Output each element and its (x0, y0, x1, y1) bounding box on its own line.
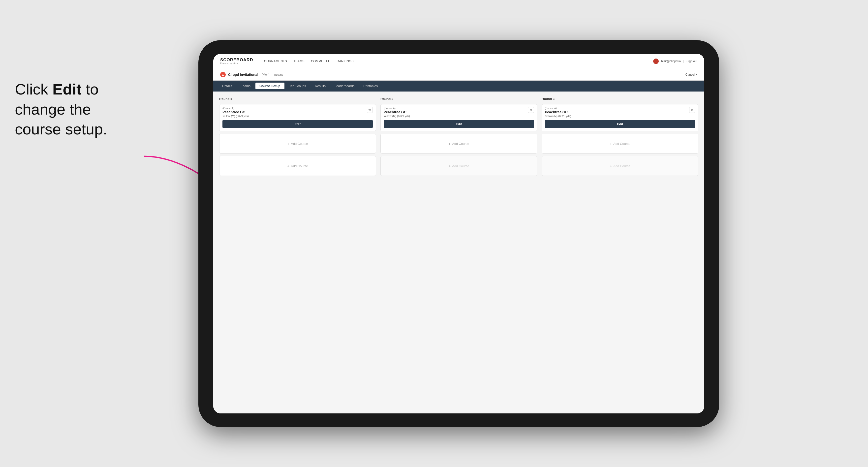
course-name: Peachtree GC (384, 110, 528, 114)
tournament-name: Clippd Invitational (228, 73, 258, 76)
hosting-badge: Hosting (274, 73, 283, 76)
course-detail: Yellow (M) (6629 yds) (545, 115, 689, 118)
plus-icon: + (448, 164, 451, 168)
add-course-label: Add Course (613, 142, 630, 146)
nav-tournaments[interactable]: TOURNAMENTS (262, 58, 287, 64)
tab-leaderboards[interactable]: Leaderboards (331, 83, 359, 89)
tab-printables[interactable]: Printables (359, 83, 382, 89)
round-3-course-card: (Course A) Peachtree GC Yellow (M) (6629… (541, 104, 699, 131)
course-label: (Course A) (545, 107, 689, 110)
tab-teams[interactable]: Teams (237, 83, 254, 89)
cancel-label: Cancel (685, 73, 695, 76)
trash-icon: 🗑 (529, 108, 532, 112)
round-2-column: Round 2 (Course A) Peachtree GC Yellow (… (380, 97, 537, 176)
brand-title: SCOREBOARD (220, 58, 253, 62)
nav-left: SCOREBOARD Powered by clippd TOURNAMENTS… (220, 58, 354, 65)
rounds-grid: Round 1 (Course A) Peachtree GC Yellow (… (219, 97, 699, 176)
course-delete-button[interactable]: 🗑 (367, 107, 373, 113)
course-label: (Course A) (384, 107, 528, 110)
tabs-bar: Details Teams Course Setup Tee Groups Re… (213, 81, 704, 92)
course-delete-button[interactable]: 🗑 (689, 107, 695, 113)
course-info: (Course A) Peachtree GC Yellow (M) (6629… (545, 107, 689, 118)
round-3-title: Round 3 (541, 97, 699, 101)
add-course-label: Add Course (452, 142, 469, 146)
tablet-device: SCOREBOARD Powered by clippd TOURNAMENTS… (198, 40, 719, 427)
plus-icon: + (610, 142, 612, 146)
round-3-add-course-2: + Add Course (541, 156, 699, 176)
brand-sub: Powered by clippd (220, 62, 253, 65)
course-card-header: (Course A) Peachtree GC Yellow (M) (6629… (542, 104, 698, 118)
round-2-course-card: (Course A) Peachtree GC Yellow (M) (6629… (380, 104, 537, 131)
tournament-bar: C Clippd Invitational (Men) Hosting Canc… (213, 69, 704, 81)
tab-details[interactable]: Details (218, 83, 236, 89)
tab-tee-groups[interactable]: Tee Groups (285, 83, 310, 89)
annotation-text: Click Edit tochange thecourse setup. (15, 80, 107, 139)
add-course-label: Add Course (291, 164, 308, 168)
nav-committee[interactable]: COMMITTEE (311, 58, 330, 64)
cancel-icon: × (695, 73, 698, 76)
course-card-header: (Course A) Peachtree GC Yellow (M) (6629… (381, 104, 537, 118)
course-name: Peachtree GC (545, 110, 689, 114)
round-1-column: Round 1 (Course A) Peachtree GC Yellow (… (219, 97, 376, 176)
nav-links: TOURNAMENTS TEAMS COMMITTEE RANKINGS (262, 58, 354, 64)
round-2-add-course-2: + Add Course (380, 156, 537, 176)
brand: SCOREBOARD Powered by clippd (220, 58, 253, 65)
tab-course-setup[interactable]: Course Setup (255, 83, 284, 89)
add-course-label: Add Course (452, 164, 469, 168)
round-2-title: Round 2 (380, 97, 537, 101)
round-3-add-course-1[interactable]: + Add Course (541, 134, 699, 154)
plus-icon: + (610, 164, 612, 168)
round-1-course-card: (Course A) Peachtree GC Yellow (M) (6629… (219, 104, 376, 131)
trash-icon: 🗑 (368, 108, 371, 112)
course-detail: Yellow (M) (6629 yds) (222, 115, 367, 118)
plus-icon: + (287, 142, 289, 146)
top-nav: SCOREBOARD Powered by clippd TOURNAMENTS… (213, 54, 704, 69)
add-course-label: Add Course (291, 142, 308, 146)
user-email: blair@clippd.io (661, 60, 681, 63)
course-label: (Course A) (222, 107, 367, 110)
user-avatar (653, 59, 659, 64)
annotation-line1: Click (15, 81, 53, 98)
course-delete-button[interactable]: 🗑 (528, 107, 534, 113)
round-3-edit-button[interactable]: Edit (545, 120, 695, 128)
nav-rankings[interactable]: RANKINGS (337, 58, 354, 64)
cancel-button[interactable]: Cancel × (685, 73, 698, 76)
course-card-header: (Course A) Peachtree GC Yellow (M) (6629… (219, 104, 376, 118)
round-1-title: Round 1 (219, 97, 376, 101)
tablet-screen: SCOREBOARD Powered by clippd TOURNAMENTS… (213, 54, 704, 413)
course-name: Peachtree GC (222, 110, 367, 114)
tournament-gender: (Men) (261, 73, 269, 76)
nav-teams[interactable]: TEAMS (293, 58, 305, 64)
round-3-column: Round 3 (Course A) Peachtree GC Yellow (… (541, 97, 699, 176)
nav-right: blair@clippd.io | Sign out (653, 59, 698, 64)
round-2-add-course-1[interactable]: + Add Course (380, 134, 537, 154)
trash-icon: 🗑 (691, 108, 694, 112)
round-1-add-course-1[interactable]: + Add Course (219, 134, 376, 154)
annotation-bold: Edit (53, 81, 82, 98)
tournament-left: C Clippd Invitational (Men) Hosting (220, 72, 283, 77)
clippd-logo: C (220, 72, 226, 77)
course-info: (Course A) Peachtree GC Yellow (M) (6629… (222, 107, 367, 118)
add-course-label: Add Course (613, 164, 630, 168)
course-info: (Course A) Peachtree GC Yellow (M) (6629… (384, 107, 528, 118)
round-2-edit-button[interactable]: Edit (384, 120, 534, 128)
plus-icon: + (448, 142, 451, 146)
separator: | (683, 60, 684, 63)
tab-results[interactable]: Results (311, 83, 330, 89)
sign-out-link[interactable]: Sign out (686, 60, 698, 63)
round-1-edit-button[interactable]: Edit (222, 120, 373, 128)
round-1-add-course-2[interactable]: + Add Course (219, 156, 376, 176)
main-content: Round 1 (Course A) Peachtree GC Yellow (… (213, 92, 704, 413)
course-detail: Yellow (M) (6629 yds) (384, 115, 528, 118)
plus-icon: + (287, 164, 289, 168)
